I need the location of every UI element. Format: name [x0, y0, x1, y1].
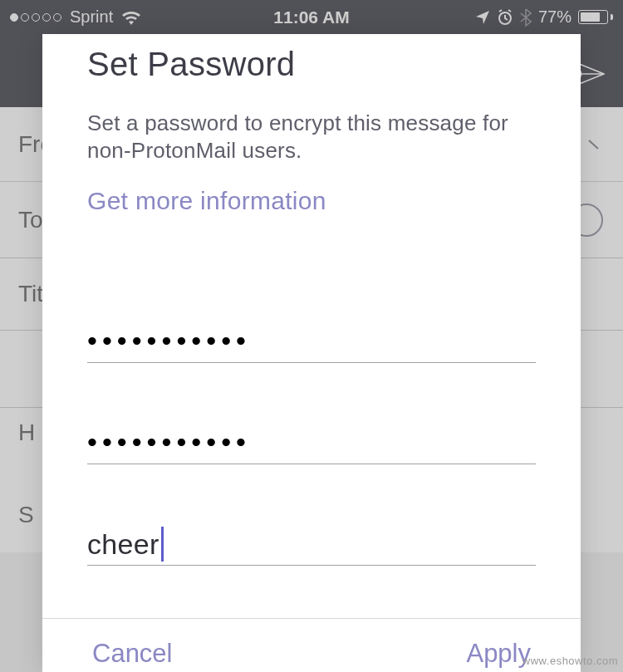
modal-description: Set a password to encrypt this message f… — [87, 110, 536, 164]
confirm-password-input[interactable] — [87, 419, 536, 464]
hint-input[interactable]: cheer — [87, 523, 536, 566]
modal-body: Set Password Set a password to encrypt t… — [42, 34, 581, 618]
hint-input-value: cheer — [87, 528, 159, 561]
cancel-button[interactable]: Cancel — [92, 639, 173, 669]
set-password-modal: Set Password Set a password to encrypt t… — [42, 34, 581, 672]
watermark: www.eshowto.com — [522, 655, 618, 667]
apply-button[interactable]: Apply — [466, 639, 531, 669]
modal-footer: Cancel Apply — [42, 618, 581, 672]
more-info-link[interactable]: Get more information — [87, 187, 536, 215]
text-caret — [161, 527, 164, 562]
modal-title: Set Password — [87, 46, 536, 83]
password-input[interactable] — [87, 318, 536, 363]
